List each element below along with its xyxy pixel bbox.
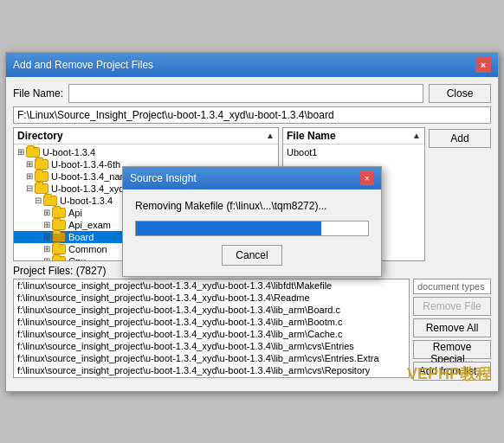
modal-title-bar: Source Insight × — [123, 167, 381, 189]
main-dialog: Add and Remove Project Files × File Name… — [5, 52, 499, 392]
modal-body: Removing Makefile (f:\linux\...\tqm8272)… — [123, 189, 381, 276]
source-insight-dialog: Source Insight × Removing Makefile (f:\l… — [122, 166, 382, 277]
modal-cancel-row: Cancel — [135, 245, 369, 266]
modal-close-button[interactable]: × — [360, 171, 374, 185]
modal-title: Source Insight — [130, 172, 197, 184]
modal-overlay: Source Insight × Removing Makefile (f:\l… — [6, 53, 498, 391]
modal-message: Removing Makefile (f:\linux\...\tqm8272)… — [135, 200, 369, 212]
progress-bar-fill — [136, 222, 321, 235]
cancel-button[interactable]: Cancel — [222, 245, 282, 266]
progress-bar-container — [135, 221, 369, 236]
